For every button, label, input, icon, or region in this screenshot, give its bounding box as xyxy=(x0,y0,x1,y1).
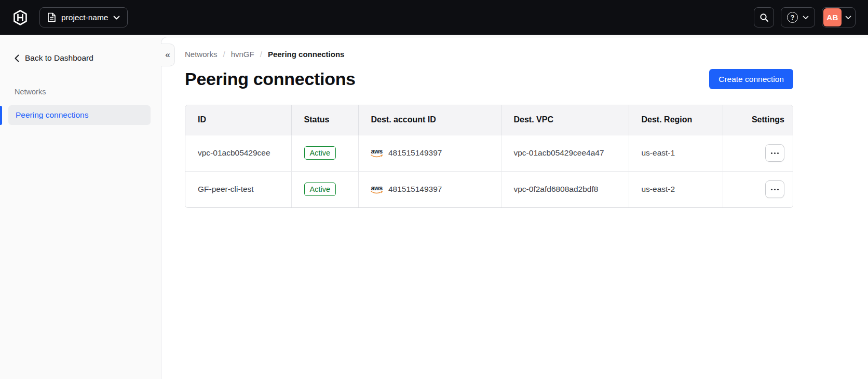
cell-id: GF-peer-cli-test xyxy=(185,171,291,207)
hashicorp-logo-icon xyxy=(12,9,28,26)
sidebar-section-networks: Networks xyxy=(15,88,161,96)
chevron-down-icon xyxy=(845,16,851,20)
help-menu-button[interactable]: ? xyxy=(781,7,815,27)
dest-account-id-value: 481515149397 xyxy=(388,185,442,194)
search-button[interactable] xyxy=(754,7,774,27)
chevron-down-icon xyxy=(113,16,120,20)
status-badge: Active xyxy=(304,146,336,160)
cell-dest-region: us-east-1 xyxy=(629,135,723,171)
breadcrumb-separator: / xyxy=(223,50,225,59)
sidebar-collapse-button[interactable]: « xyxy=(161,44,175,66)
collapse-icon: « xyxy=(165,50,170,60)
row-settings-button[interactable] xyxy=(765,144,784,162)
main-panel: « Networks / hvnGF / Peering connections… xyxy=(161,37,868,379)
back-to-dashboard-link[interactable]: Back to Dashboard xyxy=(0,35,161,63)
cell-status: Active xyxy=(291,171,358,207)
breadcrumb: Networks / hvnGF / Peering connections xyxy=(185,50,868,59)
cell-dest-account-id: aws 481515149397 xyxy=(358,171,501,207)
cell-settings xyxy=(723,135,793,171)
status-badge: Active xyxy=(304,183,336,196)
row-settings-button[interactable] xyxy=(765,180,784,198)
table-header-row: ID Status Dest. account ID Dest. VPC Des… xyxy=(185,105,793,135)
project-switcher[interactable]: project-name xyxy=(39,7,128,27)
aws-icon: aws xyxy=(371,148,383,158)
sidebar-item-peering-connections[interactable]: Peering connections xyxy=(8,105,151,125)
cell-status: Active xyxy=(291,135,358,171)
ellipsis-icon xyxy=(771,152,779,154)
app-shell: Back to Dashboard Networks Peering conne… xyxy=(0,35,868,379)
breadcrumb-separator: / xyxy=(260,50,262,59)
document-icon xyxy=(47,12,56,22)
sidebar-item-peering-connections-wrap: Peering connections xyxy=(0,105,161,125)
breadcrumb-current: Peering connections xyxy=(268,50,345,59)
table-row: vpc-01acb05429cee Active aws 48151514939… xyxy=(185,135,793,171)
table-row: GF-peer-cli-test Active aws 481515149397 xyxy=(185,171,793,207)
cell-dest-region: us-east-2 xyxy=(629,171,723,207)
ellipsis-icon xyxy=(771,189,779,190)
column-header-settings: Settings xyxy=(723,105,793,135)
create-connection-button[interactable]: Create connection xyxy=(709,69,793,89)
breadcrumb-networks[interactable]: Networks xyxy=(185,50,218,59)
back-to-dashboard-label: Back to Dashboard xyxy=(25,53,93,63)
avatar: AB xyxy=(823,8,842,26)
cell-dest-account-id: aws 481515149397 xyxy=(358,135,501,171)
help-icon: ? xyxy=(787,12,798,23)
column-header-id: ID xyxy=(185,105,291,135)
breadcrumb-hvn[interactable]: hvnGF xyxy=(231,50,254,59)
column-header-dest-account-id: Dest. account ID xyxy=(358,105,501,135)
aws-icon: aws xyxy=(371,185,383,194)
column-header-status: Status xyxy=(291,105,358,135)
page-title: Peering connections xyxy=(185,69,356,89)
title-row: Peering connections Create connection xyxy=(185,69,793,89)
account-menu-button[interactable]: AB xyxy=(822,7,856,27)
search-icon xyxy=(760,13,769,22)
sidebar: Back to Dashboard Networks Peering conne… xyxy=(0,35,161,379)
cell-settings xyxy=(723,171,793,207)
topbar: project-name ? AB xyxy=(0,0,868,35)
column-header-dest-vpc: Dest. VPC xyxy=(501,105,629,135)
dest-account-id-value: 481515149397 xyxy=(388,148,442,158)
topbar-actions: ? AB xyxy=(754,7,856,27)
cell-dest-vpc: vpc-0f2afd6808ad2bdf8 xyxy=(501,171,629,207)
active-indicator-bar xyxy=(0,106,2,125)
chevron-down-icon xyxy=(803,16,809,20)
cell-id: vpc-01acb05429cee xyxy=(185,135,291,171)
chevron-left-icon xyxy=(15,54,19,62)
column-header-dest-region: Dest. Region xyxy=(629,105,723,135)
project-switcher-label: project-name xyxy=(61,13,108,22)
cell-dest-vpc: vpc-01acb05429cee4a47 xyxy=(501,135,629,171)
peering-connections-table: ID Status Dest. account ID Dest. VPC Des… xyxy=(185,105,793,208)
